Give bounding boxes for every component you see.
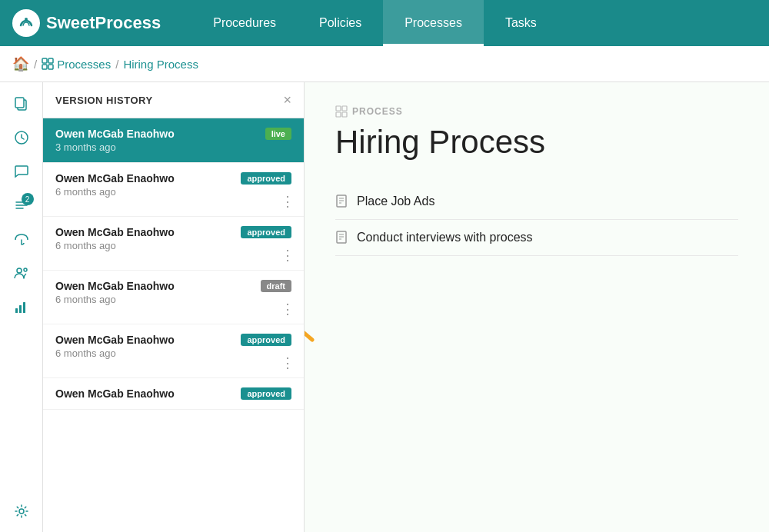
nav-procedures[interactable]: Procedures bbox=[191, 0, 298, 46]
version-time-1: 3 months ago bbox=[55, 141, 291, 153]
version-item-5[interactable]: Owen McGab Enaohwo approved 6 months ago… bbox=[43, 324, 304, 378]
main-layout: 2 bbox=[0, 82, 769, 532]
nav-items: Procedures Policies Processes Tasks bbox=[191, 0, 769, 46]
version-item-1[interactable]: Owen McGab Enaohwo live 3 months ago bbox=[43, 118, 304, 163]
nav-policies[interactable]: Policies bbox=[298, 0, 383, 46]
version-author-6: Owen McGab Enaohwo approved bbox=[55, 387, 291, 400]
svg-rect-20 bbox=[336, 112, 341, 117]
breadcrumb-sep-2: / bbox=[115, 58, 118, 71]
version-author-3: Owen McGab Enaohwo approved bbox=[55, 226, 291, 238]
svg-point-13 bbox=[24, 268, 27, 271]
step-text-1: Place Job Ads bbox=[357, 195, 434, 208]
svg-rect-16 bbox=[23, 302, 25, 313]
version-menu-btn-2[interactable]: ⋮ bbox=[281, 195, 295, 208]
content-area: PROCESS Hiring Process Place Job Ads bbox=[305, 82, 769, 532]
gear-icon[interactable] bbox=[6, 496, 37, 527]
process-label: PROCESS bbox=[335, 105, 738, 118]
home-icon[interactable]: 🏠 bbox=[12, 55, 29, 72]
users-icon[interactable] bbox=[6, 258, 37, 288]
breadcrumb-sep-1: / bbox=[34, 58, 37, 71]
version-menu-btn-5[interactable]: ⋮ bbox=[281, 356, 295, 370]
svg-rect-4 bbox=[48, 65, 53, 69]
svg-point-0 bbox=[25, 18, 28, 21]
step-item-2[interactable]: Conduct interviews with process bbox=[335, 220, 738, 256]
version-header: VERSION HISTORY × bbox=[43, 82, 304, 118]
version-menu-btn-4[interactable]: ⋮ bbox=[281, 302, 295, 316]
svg-rect-18 bbox=[336, 106, 341, 111]
svg-rect-19 bbox=[342, 106, 347, 111]
copy-icon[interactable] bbox=[6, 88, 37, 119]
version-time-3: 6 months ago bbox=[55, 240, 291, 251]
version-item-4[interactable]: Owen McGab Enaohwo draft 6 months ago ⋮ bbox=[43, 271, 304, 324]
svg-rect-15 bbox=[19, 305, 22, 313]
process-title: Hiring Process bbox=[335, 124, 738, 161]
step-list: Place Job Ads Conduct interviews with pr… bbox=[335, 184, 738, 256]
top-navigation: SweetProcess Procedures Policies Process… bbox=[0, 0, 769, 46]
breadcrumb-current: Hiring Process bbox=[123, 58, 198, 71]
status-badge-approved-2: approved bbox=[241, 172, 291, 185]
version-title: VERSION HISTORY bbox=[55, 95, 153, 106]
version-item-3[interactable]: Owen McGab Enaohwo approved 6 months ago… bbox=[43, 217, 304, 271]
nav-processes[interactable]: Processes bbox=[383, 0, 484, 46]
status-badge-live: live bbox=[265, 128, 291, 140]
breadcrumb-processes[interactable]: Processes bbox=[57, 58, 111, 71]
svg-rect-2 bbox=[48, 58, 53, 63]
status-badge-approved-5: approved bbox=[241, 334, 291, 346]
svg-rect-21 bbox=[342, 112, 347, 117]
svg-rect-6 bbox=[15, 98, 24, 108]
version-close-button[interactable]: × bbox=[283, 93, 291, 107]
process-label-icon bbox=[335, 105, 348, 118]
tasks-badge: 2 bbox=[22, 193, 34, 205]
umbrella-icon[interactable] bbox=[6, 224, 37, 254]
nav-tasks[interactable]: Tasks bbox=[484, 0, 558, 46]
step-text-2: Conduct interviews with process bbox=[357, 231, 533, 244]
clock-icon[interactable] bbox=[6, 122, 37, 153]
breadcrumb: 🏠 / Processes / Hiring Process bbox=[0, 46, 769, 82]
version-time-4: 6 months ago bbox=[55, 294, 291, 305]
svg-rect-14 bbox=[15, 308, 18, 313]
svg-point-12 bbox=[17, 268, 22, 273]
status-badge-draft-4: draft bbox=[261, 280, 291, 292]
chart-icon[interactable] bbox=[6, 291, 37, 322]
logo[interactable]: SweetProcess bbox=[12, 9, 161, 37]
version-menu-btn-3[interactable]: ⋮ bbox=[281, 248, 295, 262]
version-item-6[interactable]: Owen McGab Enaohwo approved bbox=[43, 378, 304, 410]
version-author-2: Owen McGab Enaohwo approved bbox=[55, 172, 291, 185]
processes-icon bbox=[42, 58, 54, 70]
version-item-2[interactable]: Owen McGab Enaohwo approved 6 months ago… bbox=[43, 163, 304, 217]
tasks-icon[interactable]: 2 bbox=[6, 190, 37, 221]
version-author-1: Owen McGab Enaohwo live bbox=[55, 128, 291, 140]
sidebar: 2 bbox=[0, 82, 43, 532]
step-item-1[interactable]: Place Job Ads bbox=[335, 184, 738, 220]
svg-rect-3 bbox=[42, 65, 47, 69]
svg-point-17 bbox=[19, 509, 24, 514]
version-time-2: 6 months ago bbox=[55, 186, 291, 198]
version-author-5: Owen McGab Enaohwo approved bbox=[55, 334, 291, 346]
chat-icon[interactable] bbox=[6, 156, 37, 187]
step-doc-icon-1 bbox=[335, 195, 349, 208]
svg-rect-1 bbox=[42, 58, 47, 63]
version-history-panel: VERSION HISTORY × Owen McGab Enaohwo liv… bbox=[43, 82, 305, 532]
status-badge-approved-3: approved bbox=[241, 226, 291, 238]
step-doc-icon-2 bbox=[335, 231, 349, 244]
logo-text: SweetProcess bbox=[46, 13, 161, 33]
logo-icon bbox=[12, 9, 40, 37]
status-badge-approved-6: approved bbox=[241, 387, 291, 400]
version-time-5: 6 months ago bbox=[55, 347, 291, 359]
version-author-4: Owen McGab Enaohwo draft bbox=[55, 280, 291, 292]
